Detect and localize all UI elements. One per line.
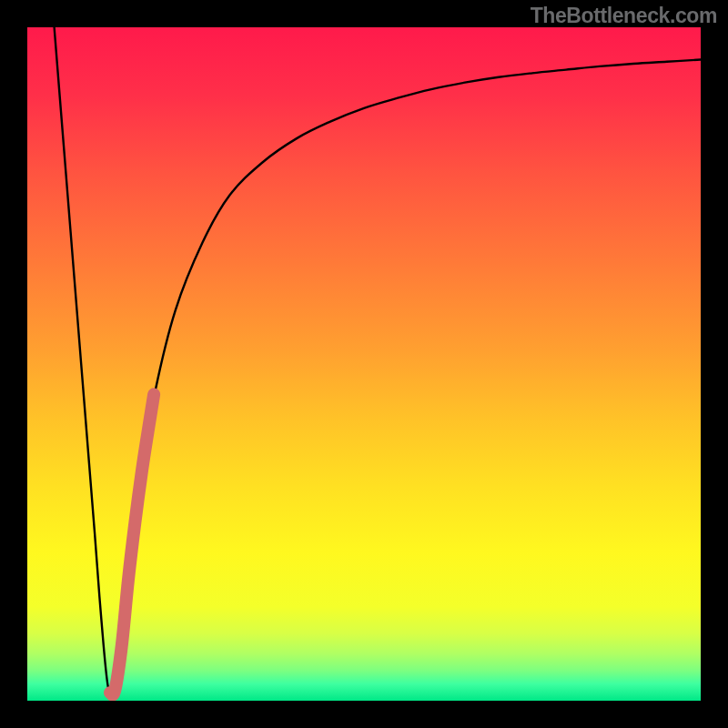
- highlight-segment: [110, 394, 154, 694]
- chart-container: TheBottleneck.com: [0, 0, 728, 728]
- watermark-text: TheBottleneck.com: [531, 4, 717, 28]
- bottleneck-curve: [55, 27, 701, 699]
- curve-layer: [27, 27, 701, 701]
- plot-area: [27, 27, 701, 701]
